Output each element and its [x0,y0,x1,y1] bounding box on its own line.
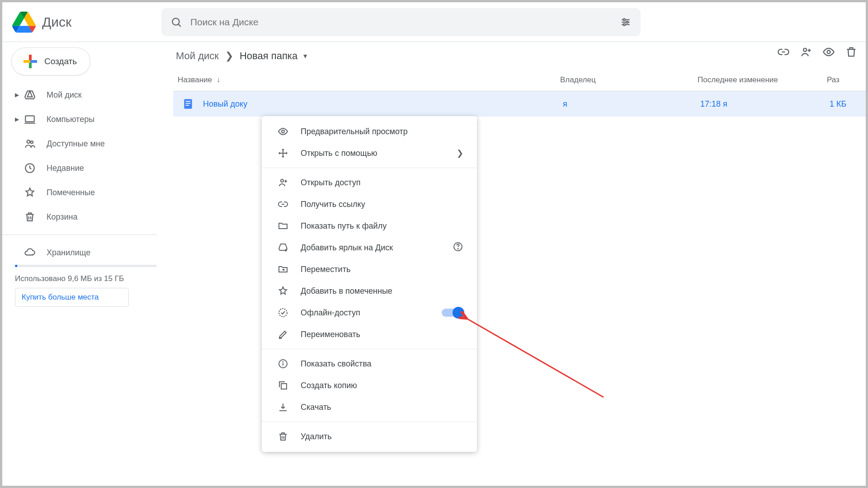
divider [262,168,477,168]
divider [262,422,477,422]
sidebar-item-my-drive[interactable]: ▶Мой диск [2,83,162,107]
svg-rect-8 [25,116,34,122]
svg-rect-36 [281,384,287,389]
ctx-download[interactable]: Скачать [262,396,477,418]
svg-point-22 [827,51,830,54]
divider [2,235,157,235]
clock-icon [23,161,37,175]
svg-point-24 [281,179,283,182]
logo-area: Диск [12,10,161,34]
ctx-delete[interactable]: Удалить [262,426,477,447]
svg-point-11 [31,141,33,143]
svg-point-19 [803,48,807,52]
drive-icon [23,88,37,102]
star-icon [277,285,289,297]
ctx-star[interactable]: Добавить в помеченные [262,280,477,302]
person-add-icon [277,177,289,188]
star-icon [23,186,37,199]
sidebar: Создать ▶Мой диск ▶Компьютеры Доступные … [2,42,170,486]
svg-point-3 [623,19,625,20]
share-icon[interactable] [800,46,812,60]
ctx-open-with[interactable]: Открыть с помощью❯ [262,142,477,164]
ctx-offline[interactable]: Офлайн-доступ [262,302,477,324]
svg-point-5 [626,21,628,23]
sidebar-item-storage[interactable]: Хранилище [2,240,162,265]
breadcrumb-current[interactable]: Новая папка [240,50,297,62]
create-button[interactable]: Создать [11,47,90,75]
chevron-right-icon: ❯ [225,50,233,62]
info-icon [277,358,289,370]
file-modified: 17:18 я [700,99,830,109]
move-arrows-icon [277,147,289,159]
ctx-add-shortcut[interactable]: Добавить ярлык на Диск [262,237,477,258]
drive-logo-icon [12,10,36,34]
svg-rect-15 [184,99,192,109]
eye-icon [277,126,289,137]
docs-file-icon [182,98,194,110]
svg-rect-16 [186,101,191,102]
col-size[interactable]: Раз [827,75,866,84]
col-owner[interactable]: Владелец [560,75,698,84]
context-menu: Предварительный просмотр Открыть с помощ… [262,116,477,452]
column-headers: Название↓ Владелец Последнее изменение Р… [173,70,866,91]
svg-rect-17 [186,103,191,104]
svg-point-31 [279,309,287,317]
sidebar-item-starred[interactable]: Помеченные [2,180,162,205]
trash-icon [277,431,289,442]
copy-icon [277,380,289,391]
col-name[interactable]: Название↓ [178,75,560,84]
breadcrumb-root[interactable]: Мой диск [176,50,219,62]
action-toolbar [777,46,858,60]
cloud-icon [23,246,37,259]
search-bar[interactable] [161,8,641,36]
delete-icon[interactable] [845,46,858,60]
sidebar-item-trash[interactable]: Корзина [2,205,162,229]
sidebar-item-computers[interactable]: ▶Компьютеры [2,107,162,131]
ctx-move[interactable]: Переместить [262,258,477,280]
file-owner: я [563,99,700,109]
storage-usage-text: Использовано 9,6 МБ из 15 ГБ [15,273,157,284]
link-icon[interactable] [777,46,790,60]
folder-icon [277,220,289,232]
search-input[interactable] [190,17,620,28]
drive-shortcut-icon [277,242,289,253]
svg-point-23 [282,130,284,133]
col-modified[interactable]: Последнее изменение [698,75,827,84]
chevron-right-icon: ❯ [457,148,463,158]
help-icon[interactable] [453,241,463,254]
svg-point-0 [172,18,179,25]
ctx-details[interactable]: Показать свойства [262,353,477,375]
svg-point-30 [458,248,458,249]
trash-icon [23,210,37,224]
table-row[interactable]: Новый доку я 17:18 я 1 КБ [173,91,866,117]
search-options-icon[interactable] [620,16,632,28]
buy-storage-button[interactable]: Купить больше места [15,288,129,307]
sort-arrow-icon: ↓ [217,75,221,84]
ctx-get-link[interactable]: Получить ссылку [262,193,477,215]
chevron-down-icon[interactable]: ▼ [302,52,308,60]
file-size: 1 КБ [830,99,846,109]
download-icon [277,401,289,413]
sidebar-item-recent[interactable]: Недавние [2,156,162,180]
ctx-show-path[interactable]: Показать путь к файлу [262,215,477,237]
offline-check-icon [277,307,289,319]
svg-line-1 [179,24,181,26]
ctx-copy[interactable]: Создать копию [262,375,477,396]
svg-point-35 [283,361,283,362]
folder-move-icon [277,263,289,275]
sidebar-item-shared[interactable]: Доступные мне [2,131,162,156]
svg-point-7 [623,23,625,25]
preview-icon[interactable] [822,46,835,60]
ctx-share[interactable]: Открыть доступ [262,172,477,193]
offline-toggle[interactable] [442,309,463,317]
svg-point-10 [27,140,30,143]
search-icon [170,16,182,28]
divider [262,349,477,349]
breadcrumb: Мой диск ❯ Новая папка ▼ [173,50,866,62]
pencil-icon [277,328,289,340]
ctx-rename[interactable]: Переименовать [262,324,477,345]
ctx-preview[interactable]: Предварительный просмотр [262,121,477,142]
create-label: Создать [44,56,77,66]
computer-icon [23,113,37,126]
link-icon [277,198,289,210]
